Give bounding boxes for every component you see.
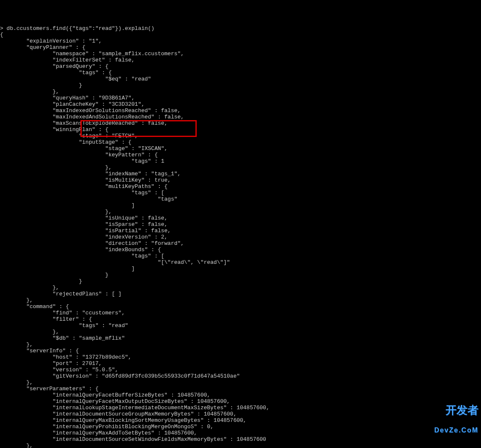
- watermark-top: 开发者: [446, 404, 478, 416]
- watermark-logo: 开发者 DevZe.CoM: [434, 395, 478, 445]
- watermark-sub: DevZe.CoM: [434, 425, 478, 435]
- terminal-output: > db.ccustomers.find({"tags":"read"}).ex…: [0, 25, 481, 448]
